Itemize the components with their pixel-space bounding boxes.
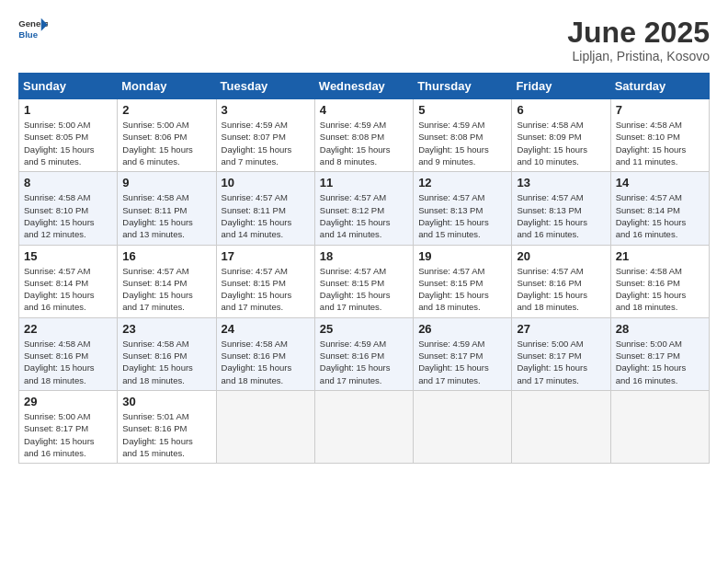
- calendar-cell: 26Sunrise: 4:59 AMSunset: 8:17 PMDayligh…: [414, 317, 512, 390]
- calendar-cell: 25Sunrise: 4:59 AMSunset: 8:16 PMDayligh…: [314, 317, 413, 390]
- calendar-cell: 15Sunrise: 4:57 AMSunset: 8:14 PMDayligh…: [19, 245, 118, 317]
- day-number: 14: [616, 176, 704, 190]
- day-number: 30: [122, 395, 210, 408]
- day-number: 1: [24, 103, 112, 117]
- header-thursday: Thursday: [414, 74, 512, 99]
- day-info: Sunrise: 4:58 AMSunset: 8:11 PMDaylight:…: [122, 191, 210, 240]
- day-info: Sunrise: 4:58 AMSunset: 8:16 PMDaylight:…: [222, 338, 310, 386]
- calendar-cell: 18Sunrise: 4:57 AMSunset: 8:15 PMDayligh…: [314, 245, 413, 317]
- calendar-cell: [216, 390, 314, 463]
- page-title: June 2025: [567, 17, 710, 49]
- day-number: 3: [222, 103, 310, 117]
- calendar-cell: 7Sunrise: 4:58 AMSunset: 8:10 PMDaylight…: [610, 99, 709, 172]
- day-number: 11: [320, 176, 408, 190]
- day-info: Sunrise: 4:58 AMSunset: 8:16 PMDaylight:…: [24, 338, 112, 386]
- day-info: Sunrise: 4:57 AMSunset: 8:15 PMDaylight:…: [418, 265, 506, 314]
- day-number: 10: [222, 176, 310, 190]
- day-info: Sunrise: 4:57 AMSunset: 8:11 PMDaylight:…: [222, 191, 310, 240]
- day-number: 22: [24, 322, 112, 336]
- day-info: Sunrise: 4:58 AMSunset: 8:09 PMDaylight:…: [517, 119, 605, 167]
- calendar-cell: 12Sunrise: 4:57 AMSunset: 8:13 PMDayligh…: [414, 172, 512, 245]
- calendar-cell: [610, 390, 709, 463]
- day-number: 20: [517, 249, 605, 263]
- day-info: Sunrise: 4:57 AMSunset: 8:14 PMDaylight:…: [616, 191, 704, 240]
- page: General Blue June 2025 Lipljan, Pristina…: [0, 0, 728, 563]
- day-info: Sunrise: 4:58 AMSunset: 8:16 PMDaylight:…: [122, 338, 210, 386]
- svg-text:Blue: Blue: [18, 29, 38, 40]
- calendar-cell: 23Sunrise: 4:58 AMSunset: 8:16 PMDayligh…: [118, 317, 216, 390]
- day-info: Sunrise: 4:57 AMSunset: 8:12 PMDaylight:…: [320, 191, 408, 240]
- header-wednesday: Wednesday: [314, 74, 413, 99]
- calendar-week-row: 8Sunrise: 4:58 AMSunset: 8:10 PMDaylight…: [19, 172, 710, 245]
- day-info: Sunrise: 4:57 AMSunset: 8:14 PMDaylight:…: [122, 265, 210, 314]
- calendar-cell: 8Sunrise: 4:58 AMSunset: 8:10 PMDaylight…: [19, 172, 118, 245]
- day-number: 15: [24, 249, 112, 263]
- day-number: 25: [320, 322, 408, 336]
- header-saturday: Saturday: [610, 74, 709, 99]
- day-number: 9: [122, 176, 210, 190]
- day-number: 2: [122, 103, 210, 117]
- title-area: June 2025 Lipljan, Pristina, Kosovo: [567, 17, 710, 63]
- calendar-cell: 22Sunrise: 4:58 AMSunset: 8:16 PMDayligh…: [19, 317, 118, 390]
- calendar-cell: 6Sunrise: 4:58 AMSunset: 8:09 PMDaylight…: [512, 99, 610, 172]
- day-number: 5: [418, 103, 506, 117]
- day-info: Sunrise: 4:58 AMSunset: 8:10 PMDaylight:…: [24, 191, 112, 240]
- day-info: Sunrise: 4:57 AMSunset: 8:14 PMDaylight:…: [24, 265, 112, 314]
- day-number: 23: [122, 322, 210, 336]
- calendar-cell: [414, 390, 512, 463]
- calendar-cell: 21Sunrise: 4:58 AMSunset: 8:16 PMDayligh…: [610, 245, 709, 317]
- day-info: Sunrise: 4:59 AMSunset: 8:17 PMDaylight:…: [418, 338, 506, 386]
- day-info: Sunrise: 4:57 AMSunset: 8:15 PMDaylight:…: [320, 265, 408, 314]
- day-info: Sunrise: 4:57 AMSunset: 8:13 PMDaylight:…: [418, 191, 506, 240]
- calendar-cell: 24Sunrise: 4:58 AMSunset: 8:16 PMDayligh…: [216, 317, 314, 390]
- day-number: 7: [616, 103, 704, 117]
- day-number: 12: [418, 176, 506, 190]
- page-subtitle: Lipljan, Pristina, Kosovo: [567, 49, 710, 63]
- header-tuesday: Tuesday: [216, 74, 314, 99]
- day-info: Sunrise: 4:59 AMSunset: 8:08 PMDaylight:…: [418, 119, 506, 167]
- day-info: Sunrise: 4:59 AMSunset: 8:16 PMDaylight:…: [320, 338, 408, 386]
- day-info: Sunrise: 4:57 AMSunset: 8:13 PMDaylight:…: [517, 191, 605, 240]
- calendar-cell: 1Sunrise: 5:00 AMSunset: 8:05 PMDaylight…: [19, 99, 118, 172]
- day-info: Sunrise: 5:00 AMSunset: 8:17 PMDaylight:…: [24, 410, 112, 459]
- calendar-header-row: Sunday Monday Tuesday Wednesday Thursday…: [19, 74, 710, 99]
- calendar-cell: 3Sunrise: 4:59 AMSunset: 8:07 PMDaylight…: [216, 99, 314, 172]
- day-info: Sunrise: 4:57 AMSunset: 8:15 PMDaylight:…: [222, 265, 310, 314]
- day-number: 19: [418, 249, 506, 263]
- calendar-cell: 10Sunrise: 4:57 AMSunset: 8:11 PMDayligh…: [216, 172, 314, 245]
- day-number: 26: [418, 322, 506, 336]
- calendar-cell: [314, 390, 413, 463]
- day-number: 24: [222, 322, 310, 336]
- header-sunday: Sunday: [19, 74, 118, 99]
- header-friday: Friday: [512, 74, 610, 99]
- day-number: 6: [517, 103, 605, 117]
- day-info: Sunrise: 5:00 AMSunset: 8:17 PMDaylight:…: [616, 338, 704, 386]
- calendar-cell: 30Sunrise: 5:01 AMSunset: 8:16 PMDayligh…: [118, 390, 216, 463]
- calendar-cell: 20Sunrise: 4:57 AMSunset: 8:16 PMDayligh…: [512, 245, 610, 317]
- header: General Blue June 2025 Lipljan, Pristina…: [18, 17, 710, 63]
- day-info: Sunrise: 5:00 AMSunset: 8:05 PMDaylight:…: [24, 119, 112, 167]
- calendar-cell: 19Sunrise: 4:57 AMSunset: 8:15 PMDayligh…: [414, 245, 512, 317]
- day-number: 21: [616, 249, 704, 263]
- day-number: 27: [517, 322, 605, 336]
- calendar-week-row: 22Sunrise: 4:58 AMSunset: 8:16 PMDayligh…: [19, 317, 710, 390]
- calendar-table: Sunday Monday Tuesday Wednesday Thursday…: [18, 73, 710, 464]
- day-info: Sunrise: 4:58 AMSunset: 8:10 PMDaylight:…: [616, 119, 704, 167]
- calendar-cell: 4Sunrise: 4:59 AMSunset: 8:08 PMDaylight…: [314, 99, 413, 172]
- day-number: 8: [24, 176, 112, 190]
- day-info: Sunrise: 5:00 AMSunset: 8:17 PMDaylight:…: [517, 338, 605, 386]
- calendar-cell: 27Sunrise: 5:00 AMSunset: 8:17 PMDayligh…: [512, 317, 610, 390]
- day-info: Sunrise: 4:59 AMSunset: 8:07 PMDaylight:…: [222, 119, 310, 167]
- day-number: 17: [222, 249, 310, 263]
- logo: General Blue: [18, 17, 48, 42]
- calendar-cell: 29Sunrise: 5:00 AMSunset: 8:17 PMDayligh…: [19, 390, 118, 463]
- day-number: 4: [320, 103, 408, 117]
- calendar-cell: 14Sunrise: 4:57 AMSunset: 8:14 PMDayligh…: [610, 172, 709, 245]
- calendar-cell: 9Sunrise: 4:58 AMSunset: 8:11 PMDaylight…: [118, 172, 216, 245]
- day-number: 16: [122, 249, 210, 263]
- calendar-cell: 17Sunrise: 4:57 AMSunset: 8:15 PMDayligh…: [216, 245, 314, 317]
- day-info: Sunrise: 5:00 AMSunset: 8:06 PMDaylight:…: [122, 119, 210, 167]
- day-info: Sunrise: 4:58 AMSunset: 8:16 PMDaylight:…: [616, 265, 704, 314]
- day-info: Sunrise: 4:59 AMSunset: 8:08 PMDaylight:…: [320, 119, 408, 167]
- calendar-week-row: 1Sunrise: 5:00 AMSunset: 8:05 PMDaylight…: [19, 99, 710, 172]
